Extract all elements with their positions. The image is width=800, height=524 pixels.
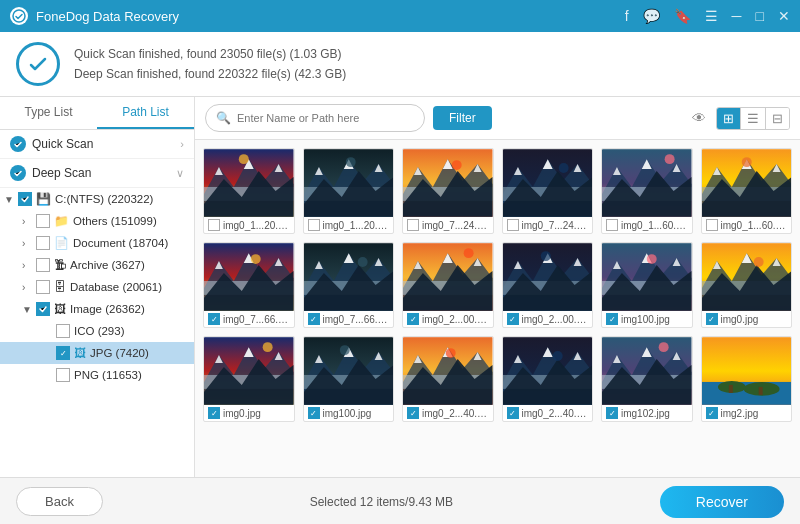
image-item[interactable]: ✓img0_2...40.jpg	[402, 336, 494, 422]
image-label: Image (26362)	[70, 303, 188, 315]
archive-expand: ›	[22, 260, 36, 271]
db-checkbox[interactable]	[36, 280, 50, 294]
image-item[interactable]: ✓img102.jpg	[601, 336, 693, 422]
image-checkbox[interactable]: ✓	[308, 407, 320, 419]
titlebar-controls: f 💬 🔖 ☰ ─ □ ✕	[625, 8, 790, 24]
image-checkbox[interactable]	[507, 219, 519, 231]
tree-ico[interactable]: ICO (293)	[0, 320, 194, 342]
image-label-row: ✓img2.jpg	[702, 405, 792, 421]
image-thumbnail	[503, 337, 593, 405]
image-checkbox[interactable]: ✓	[407, 313, 419, 325]
detail-view-button[interactable]: ⊟	[766, 108, 789, 129]
image-label-row: ✓img0_2...40.jpg	[403, 405, 493, 421]
image-grid: img0_1...20.jpg img0_1...20.jpg	[195, 140, 800, 477]
image-filename: img100.jpg	[323, 408, 390, 419]
image-checkbox[interactable]: ✓	[208, 407, 220, 419]
image-item[interactable]: ✓img100.jpg	[601, 242, 693, 328]
image-checkbox[interactable]	[308, 219, 320, 231]
tree-jpg[interactable]: ✓ 🖼 JPG (7420)	[0, 342, 194, 364]
close-icon[interactable]: ✕	[778, 8, 790, 24]
image-checkbox[interactable]: ✓	[606, 407, 618, 419]
image-checkbox[interactable]: ✓	[308, 313, 320, 325]
image-filename: img2.jpg	[721, 408, 788, 419]
grid-view-button[interactable]: ⊞	[717, 108, 741, 129]
tab-type-list[interactable]: Type List	[0, 97, 97, 129]
image-checkbox[interactable]: ✓	[407, 407, 419, 419]
search-input[interactable]	[237, 112, 414, 124]
image-item[interactable]: ✓img0.jpg	[701, 242, 793, 328]
svg-point-112	[339, 345, 349, 355]
image-item[interactable]: img0_7...24.jpg	[502, 148, 594, 234]
image-item[interactable]: img0_7...24.jpg	[402, 148, 494, 234]
ico-checkbox[interactable]	[56, 324, 70, 338]
image-filename: img0_2...00.jpg	[522, 314, 589, 325]
image-item[interactable]: ✓img100.jpg	[303, 336, 395, 422]
image-item[interactable]: ✓img2.jpg	[701, 336, 793, 422]
image-item[interactable]: ✓img0.jpg	[203, 336, 295, 422]
svg-point-80	[540, 251, 550, 261]
svg-point-136	[659, 342, 669, 352]
tree-drive[interactable]: ▼ 💾 C:(NTFS) (220322)	[0, 188, 194, 210]
sidebar-tabs: Type List Path List	[0, 97, 194, 130]
image-checkbox[interactable]	[606, 219, 618, 231]
image-item[interactable]: img0_1...20.jpg	[203, 148, 295, 234]
drive-checkbox[interactable]	[18, 192, 32, 206]
image-label-row: img0_1...60.jpg	[702, 217, 792, 233]
tree-others[interactable]: › 📁 Others (151099)	[0, 210, 194, 232]
image-checkbox[interactable]: ✓	[706, 407, 718, 419]
image-checkbox[interactable]	[36, 302, 50, 316]
maximize-icon[interactable]: □	[756, 8, 764, 24]
image-item[interactable]: img0_1...60.jpg	[601, 148, 693, 234]
search-box[interactable]: 🔍	[205, 104, 425, 132]
tree-png[interactable]: PNG (11653)	[0, 364, 194, 386]
image-item[interactable]: ✓img0_7...66.jpg	[303, 242, 395, 328]
image-thumbnail	[602, 337, 692, 405]
minimize-icon[interactable]: ─	[732, 8, 742, 24]
image-item[interactable]: ✓img0_2...40.jpg	[502, 336, 594, 422]
back-button[interactable]: Back	[16, 487, 103, 516]
image-checkbox[interactable]: ✓	[606, 313, 618, 325]
image-checkbox[interactable]	[208, 219, 220, 231]
deep-scan-item[interactable]: Deep Scan ∨	[0, 159, 194, 188]
image-checkbox[interactable]: ✓	[507, 407, 519, 419]
image-item[interactable]: ✓img0_2...00.jpg	[402, 242, 494, 328]
image-item[interactable]: ✓img0_2...00.jpg	[502, 242, 594, 328]
tree-image[interactable]: ▼ 🖼 Image (26362)	[0, 298, 194, 320]
image-thumbnail	[204, 337, 294, 405]
recover-button[interactable]: Recover	[660, 486, 784, 518]
image-checkbox[interactable]	[407, 219, 419, 231]
png-checkbox[interactable]	[56, 368, 70, 382]
others-icon: 📁	[54, 214, 69, 228]
image-checkbox[interactable]: ✓	[507, 313, 519, 325]
jpg-checkbox[interactable]: ✓	[56, 346, 70, 360]
deep-scan-label: Deep Scan	[32, 166, 176, 180]
quick-scan-item[interactable]: Quick Scan ›	[0, 130, 194, 159]
list-view-button[interactable]: ☰	[741, 108, 766, 129]
image-filename: img0_1...60.jpg	[621, 220, 688, 231]
image-item[interactable]: ✓img0_7...66.jpg	[203, 242, 295, 328]
image-checkbox[interactable]: ✓	[706, 313, 718, 325]
menu-icon[interactable]: ☰	[705, 8, 718, 24]
image-item[interactable]: img0_1...60.jpg	[701, 148, 793, 234]
image-item[interactable]: img0_1...20.jpg	[303, 148, 395, 234]
tree-database[interactable]: › 🗄 Database (20061)	[0, 276, 194, 298]
archive-checkbox[interactable]	[36, 258, 50, 272]
image-label-row: ✓img0_2...00.jpg	[503, 311, 593, 327]
bookmark-icon[interactable]: 🔖	[674, 8, 691, 24]
image-checkbox[interactable]: ✓	[208, 313, 220, 325]
doc-checkbox[interactable]	[36, 236, 50, 250]
image-label-row: img0_1...60.jpg	[602, 217, 692, 233]
image-expand: ▼	[22, 304, 36, 315]
tree-archive[interactable]: › 🗜 Archive (3627)	[0, 254, 194, 276]
eye-icon[interactable]: 👁	[690, 108, 708, 128]
tab-path-list[interactable]: Path List	[97, 97, 194, 129]
chat-icon[interactable]: 💬	[643, 8, 660, 24]
filter-button[interactable]: Filter	[433, 106, 492, 130]
facebook-icon[interactable]: f	[625, 8, 629, 24]
image-checkbox[interactable]	[706, 219, 718, 231]
tree-document[interactable]: › 📄 Document (18704)	[0, 232, 194, 254]
others-checkbox[interactable]	[36, 214, 50, 228]
content-area: 🔍 Filter 👁 ⊞ ☰ ⊟	[195, 97, 800, 477]
image-label-row: img0_1...20.jpg	[304, 217, 394, 233]
doc-label: Document (18704)	[73, 237, 188, 249]
